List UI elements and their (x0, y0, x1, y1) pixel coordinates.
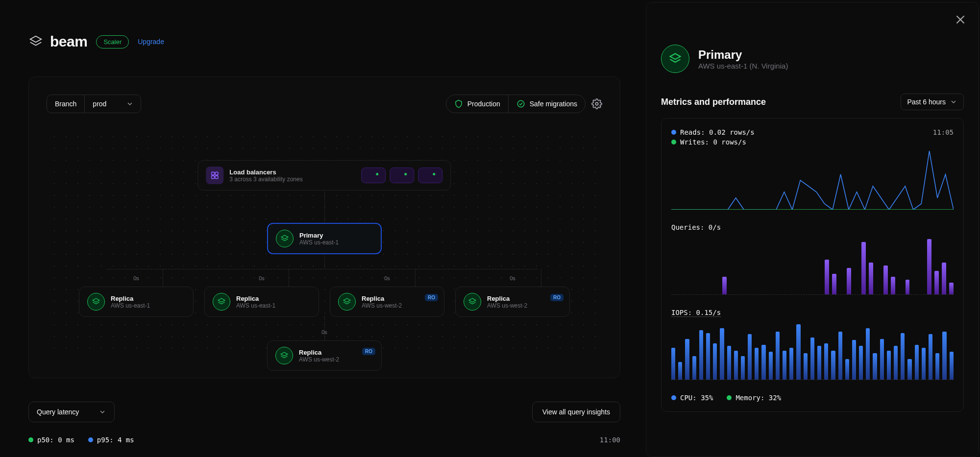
svg-marker-11 (469, 298, 476, 302)
latency-timestamp: 11:00 (600, 436, 620, 444)
topology-toolbar: Branch prod Production Safe migrations (29, 77, 620, 113)
database-icon (275, 347, 293, 364)
metrics-section-title: Metrics and performance (661, 97, 766, 107)
replica-latency: 0s (259, 275, 265, 281)
branch-selector: Branch prod (47, 95, 141, 113)
replica-region: AWS us-west-2 (299, 356, 339, 363)
shield-icon (454, 99, 463, 108)
plan-badge: Scaler (96, 35, 129, 48)
production-label: Production (467, 100, 500, 108)
replica-title: Replica (299, 349, 339, 356)
iops-legend: IOPS: 0.15/s (671, 309, 721, 316)
database-icon (213, 293, 230, 311)
load-balancer-node[interactable]: Load balancers 3 across 3 availability z… (197, 160, 451, 191)
replica-node[interactable]: 0s ReplicaAWS us-east-1 (204, 287, 319, 317)
lb-zone (390, 168, 415, 183)
database-icon (87, 293, 105, 311)
primary-title: Primary (299, 232, 339, 239)
replica-row: 0s ReplicaAWS us-east-1 0s ReplicaAWS us… (79, 287, 570, 317)
status-group: Production Safe migrations (446, 95, 586, 113)
gear-icon[interactable] (591, 98, 602, 109)
memory-legend: Memory: 32% (727, 394, 781, 402)
app-name: beam (50, 33, 87, 50)
iops-chart (671, 321, 954, 380)
page-header: beam Scaler Upgrade (28, 33, 164, 50)
svg-marker-12 (281, 352, 288, 356)
lb-zones (362, 168, 443, 183)
svg-marker-9 (218, 298, 225, 302)
chevron-down-icon (950, 98, 957, 106)
replica-title: Replica (236, 295, 275, 302)
topology-panel: Branch prod Production Safe migrations (28, 76, 620, 378)
time-range-dropdown[interactable]: Past 6 hours (901, 94, 964, 110)
latency-legend: p50: 0 ms p95: 4 ms 11:00 (28, 436, 620, 444)
replica-node[interactable]: 0s RO ReplicaAWS us-west-2 (455, 287, 570, 317)
replica-title: Replica (111, 295, 150, 302)
queries-legend: Queries: 0/s (671, 223, 721, 231)
lb-zone (362, 168, 386, 183)
primary-region: AWS us-east-1 (299, 239, 339, 246)
chevron-down-icon (98, 408, 106, 416)
p50-legend: p50: 0 ms (28, 436, 74, 444)
p95-legend: p95: 4 ms (88, 436, 134, 444)
details-subtitle: AWS us-east-1 (N. Virginia) (698, 62, 788, 70)
safe-migrations-status[interactable]: Safe migrations (509, 95, 585, 113)
branch-value: prod (93, 100, 106, 108)
branch-dropdown[interactable]: prod (85, 95, 141, 113)
cpu-memory-block: CPU: 35% Memory: 32% (671, 394, 954, 402)
query-latency-dropdown[interactable]: Query latency (28, 402, 115, 422)
cpu-legend: CPU: 35% (671, 394, 713, 402)
ro-badge: RO (550, 294, 564, 301)
svg-marker-15 (670, 54, 681, 60)
upgrade-link[interactable]: Upgrade (138, 38, 164, 46)
replica-latency: 0s (510, 275, 515, 281)
svg-point-1 (517, 100, 524, 107)
queries-chart (671, 236, 954, 295)
svg-marker-10 (343, 298, 350, 302)
reads-writes-chart (671, 151, 954, 210)
svg-rect-5 (212, 176, 215, 179)
replica-latency: 0s (321, 329, 327, 335)
replica-latency: 0s (133, 275, 139, 281)
replica-region: AWS us-east-1 (236, 302, 275, 309)
production-status[interactable]: Production (446, 95, 509, 113)
replica-title: Replica (487, 295, 527, 302)
database-icon (464, 293, 481, 311)
replica-title: Replica (362, 295, 402, 302)
ro-badge: RO (425, 294, 438, 301)
database-icon (661, 45, 689, 73)
reads-writes-block: Reads: 0.02 rows/s Writes: 0 rows/s 11:0… (671, 128, 954, 210)
replica-region: AWS us-west-2 (362, 302, 402, 309)
replica-node[interactable]: 0s RO ReplicaAWS us-west-2 (267, 340, 382, 371)
writes-legend: Writes: 0 rows/s (671, 138, 755, 146)
replica-node[interactable]: 0s ReplicaAWS us-east-1 (79, 287, 194, 317)
details-title: Primary (698, 48, 788, 62)
svg-marker-0 (30, 36, 42, 43)
replica-node[interactable]: 0s RO ReplicaAWS us-west-2 (330, 287, 444, 317)
reads-timestamp: 11:05 (933, 128, 954, 136)
safe-migrations-label: Safe migrations (530, 100, 577, 108)
svg-rect-3 (212, 172, 215, 175)
chevron-down-icon (126, 100, 134, 108)
lb-subtitle: 3 across 3 availability zones (229, 176, 302, 183)
database-icon (276, 230, 294, 247)
replica-region: AWS us-west-2 (487, 302, 527, 309)
query-latency-header: Query latency View all query insights (28, 402, 620, 422)
primary-node[interactable]: Primary AWS us-east-1 (267, 223, 382, 254)
metrics-card: Reads: 0.02 rows/s Writes: 0 rows/s 11:0… (661, 118, 964, 412)
metrics-section-header: Metrics and performance Past 6 hours (661, 94, 964, 110)
app-logo: beam (28, 33, 87, 50)
iops-block: IOPS: 0.15/s (671, 309, 954, 380)
svg-point-2 (595, 102, 598, 105)
close-icon[interactable] (954, 13, 967, 26)
svg-rect-4 (215, 172, 218, 175)
queries-block: Queries: 0/s (671, 223, 954, 295)
view-insights-button[interactable]: View all query insights (532, 402, 620, 422)
details-header: Primary AWS us-east-1 (N. Virginia) (661, 45, 964, 73)
svg-marker-7 (281, 235, 288, 239)
reads-legend: Reads: 0.02 rows/s (671, 128, 755, 136)
lb-zone (418, 168, 443, 183)
lb-title: Load balancers (229, 168, 302, 176)
replica-latency: 0s (384, 275, 390, 281)
svg-marker-8 (93, 298, 99, 302)
